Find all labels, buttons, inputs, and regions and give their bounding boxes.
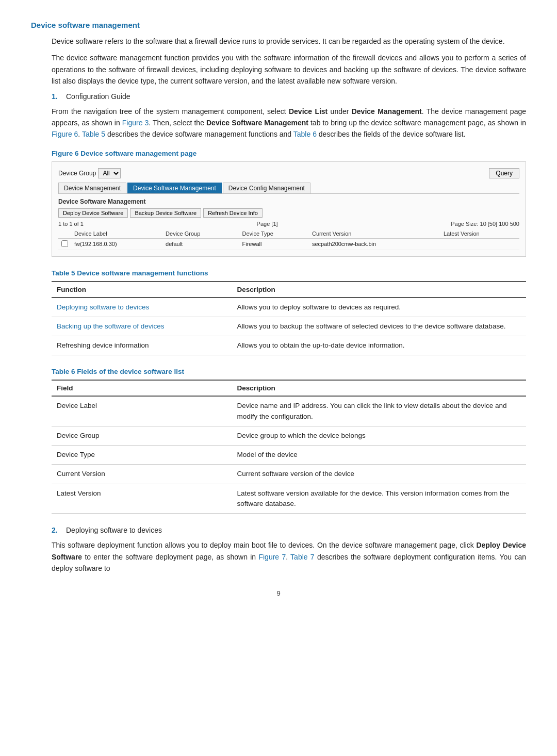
- paragraph-3: From the navigation tree of the system m…: [52, 106, 526, 140]
- table6-desc-3: Model of the device: [232, 446, 526, 465]
- deploy-device-software-btn[interactable]: Deploy Device Software: [58, 208, 128, 218]
- figure6-top-row: Device Group All Query: [58, 168, 519, 178]
- table6-row-1: Device Label Device name and IP address.…: [52, 396, 526, 426]
- inline-figure6-link[interactable]: Figure 6: [52, 130, 78, 138]
- table6-col-description: Description: [232, 380, 526, 396]
- col-device-type: Device Type: [239, 229, 309, 239]
- row-device-type: Firewall: [239, 238, 309, 250]
- col-device-group: Device Group: [162, 229, 239, 239]
- table6-desc-4: Current software version of the device: [232, 465, 526, 484]
- col-current-version: Current Version: [309, 229, 440, 239]
- numbered-item-1: 1. Configuration Guide: [52, 92, 526, 101]
- table5-caption: Table 5 Device software management funct…: [52, 269, 526, 277]
- pagination-page: Page [1]: [257, 221, 278, 227]
- inline-device-management: Device Management: [352, 107, 422, 116]
- numbered-item-1-number: 1.: [52, 92, 66, 101]
- table5: Function Description Deploying software …: [52, 281, 526, 356]
- table6-row-3: Device Type Model of the device: [52, 446, 526, 465]
- table6-row-2: Device Group Device group to which the d…: [52, 426, 526, 445]
- pagination-row: 1 to 1 of 1 Page [1] Page Size: 10 [50] …: [58, 221, 519, 227]
- table5-function-1[interactable]: Deploying software to devices: [57, 303, 149, 311]
- device-group-select[interactable]: All: [98, 168, 121, 178]
- table-row: fw(192.168.0.30) default Firewall secpat…: [58, 238, 519, 250]
- col-latest-version: Latest Version: [440, 229, 519, 239]
- col-checkbox: [58, 229, 71, 239]
- table5-desc-3: Allows you to obtain the up-to-date devi…: [232, 336, 526, 355]
- table5-function-2[interactable]: Backing up the software of devices: [57, 322, 165, 330]
- table6: Field Description Device Label Device na…: [52, 380, 526, 514]
- paragraph-1: Device software refers to the software t…: [52, 36, 526, 47]
- table5-row-2: Backing up the software of devices Allow…: [52, 317, 526, 336]
- table6-caption: Table 6 Fields of the device software li…: [52, 368, 526, 375]
- row-latest-version: [440, 238, 519, 250]
- table6-desc-1: Device name and IP address. You can clic…: [232, 396, 526, 426]
- inline-figure7-link[interactable]: Figure 7: [258, 553, 286, 561]
- table5-col-function: Function: [52, 282, 232, 298]
- figure6-box: Device Group All Query Device Management…: [52, 161, 526, 257]
- table5-desc-2: Allows you to backup the software of sel…: [232, 317, 526, 336]
- inline-table7-link[interactable]: Table 7: [290, 553, 315, 561]
- inline-deploy-btn-ref: Deploy Device Software: [52, 541, 526, 561]
- page-number: 9: [31, 589, 526, 597]
- numbered-item-2-number: 2.: [52, 526, 66, 534]
- table6-field-4: Current Version: [52, 465, 232, 484]
- table6-desc-5: Latest software version available for th…: [232, 484, 526, 514]
- pagination-range: 1 to 1 of 1: [58, 221, 84, 227]
- tab-device-config-management[interactable]: Device Config Management: [223, 183, 310, 193]
- table6-field-3: Device Type: [52, 446, 232, 465]
- table5-row-3: Refreshing device information Allows you…: [52, 336, 526, 355]
- pagination-page-size: Page Size: 10 [50] 100 500: [451, 221, 519, 227]
- numbered-item-2: 2. Deploying software to devices: [52, 526, 526, 534]
- row-checkbox[interactable]: [61, 240, 68, 247]
- figure6-section-title: Device Software Management: [58, 198, 519, 205]
- figure6-caption: Figure 6 Device software management page: [52, 150, 526, 157]
- table5-desc-1: Allows you to deploy software to devices…: [232, 298, 526, 317]
- table6-desc-2: Device group to which the device belongs: [232, 426, 526, 445]
- table6-row-4: Current Version Current software version…: [52, 465, 526, 484]
- inline-device-list: Device List: [289, 107, 327, 116]
- section-title: Device software management: [31, 21, 526, 29]
- row-device-label: fw(192.168.0.30): [71, 238, 162, 250]
- table5-col-description: Description: [232, 282, 526, 298]
- table6-row-5: Latest Version Latest software version a…: [52, 484, 526, 514]
- action-buttons-row: Deploy Device Software Backup Device Sof…: [58, 208, 519, 218]
- tab-row: Device Management Device Software Manage…: [58, 183, 519, 194]
- inline-device-software-tab: Device Software Management: [206, 119, 308, 127]
- table5-function-3: Refreshing device information: [52, 336, 232, 355]
- col-device-label: Device Label: [71, 229, 162, 239]
- numbered-item-1-text: Configuration Guide: [66, 92, 130, 101]
- table6-field-5: Latest Version: [52, 484, 232, 514]
- backup-device-software-btn[interactable]: Backup Device Software: [130, 208, 201, 218]
- tab-device-software-management[interactable]: Device Software Management: [127, 183, 222, 193]
- query-button[interactable]: Query: [489, 168, 519, 178]
- row-device-group: default: [162, 238, 239, 250]
- inline-table5-link[interactable]: Table 5: [82, 130, 105, 138]
- row-current-version: secpath200cmw-back.bin: [309, 238, 440, 250]
- table6-col-field: Field: [52, 380, 232, 396]
- table6-field-2: Device Group: [52, 426, 232, 445]
- inline-table6-link[interactable]: Table 6: [293, 130, 317, 138]
- device-group-label: Device Group: [58, 170, 96, 177]
- device-table: Device Label Device Group Device Type Cu…: [58, 229, 519, 250]
- refresh-device-info-btn[interactable]: Refresh Device Info: [203, 208, 263, 218]
- table6-field-1: Device Label: [52, 396, 232, 426]
- numbered-item-2-text: Deploying software to devices: [66, 526, 162, 534]
- table5-row-1: Deploying software to devices Allows you…: [52, 298, 526, 317]
- inline-figure3-link[interactable]: Figure 3: [122, 119, 149, 127]
- paragraph-2: The device software management function …: [52, 52, 526, 87]
- paragraph-6: This software deployment function allows…: [52, 539, 526, 574]
- tab-device-management[interactable]: Device Management: [58, 183, 126, 193]
